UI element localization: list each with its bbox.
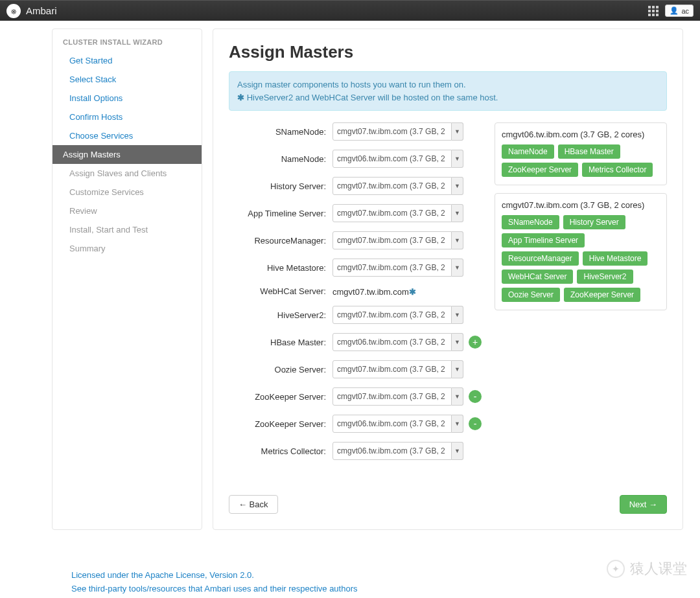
next-button[interactable]: Next →	[620, 495, 667, 514]
assign-grid: SNameNode:cmgvt07.tw.ibm.com (3.7 GB, 2▼…	[229, 122, 667, 469]
host-panel: cmgvt07.tw.ibm.com (3.7 GB, 2 cores)SNam…	[495, 193, 667, 310]
user-icon: 👤	[670, 6, 679, 15]
chevron-down-icon[interactable]: ▼	[452, 150, 463, 168]
component-badge: History Server	[563, 215, 625, 229]
assignment-row: SNameNode:cmgvt07.tw.ibm.com (3.7 GB, 2▼	[229, 122, 482, 141]
chevron-down-icon[interactable]: ▼	[452, 306, 463, 324]
chevron-down-icon[interactable]: ▼	[452, 360, 463, 378]
add-instance-button[interactable]: +	[469, 336, 482, 349]
component-badge: ZooKeeper Server	[502, 163, 578, 177]
wizard-container: CLUSTER INSTALL WIZARD Get StartedSelect…	[0, 21, 700, 543]
user-label: ac	[681, 7, 689, 15]
sidebar-item[interactable]: Install Options	[52, 89, 202, 108]
thirdparty-link[interactable]: See third-party tools/resources that Amb…	[71, 582, 700, 596]
same-host-star-icon: ✱	[409, 287, 416, 297]
assignment-label: ResourceManager:	[229, 236, 332, 246]
chevron-down-icon[interactable]: ▼	[452, 177, 463, 195]
host-select[interactable]: cmgvt06.tw.ibm.com (3.7 GB, 2	[332, 333, 452, 351]
component-badge: App Timeline Server	[502, 233, 585, 247]
host-select[interactable]: cmgvt06.tw.ibm.com (3.7 GB, 2	[332, 415, 452, 433]
assignment-label: ZooKeeper Server:	[229, 419, 332, 429]
navbar-left: ⎈ Ambari	[6, 4, 57, 18]
assignment-row: WebHCat Server:cmgvt07.tw.ibm.com✱	[229, 286, 482, 297]
assignment-row: ZooKeeper Server:cmgvt07.tw.ibm.com (3.7…	[229, 387, 482, 406]
sidebar-title: CLUSTER INSTALL WIZARD	[52, 38, 202, 51]
assignment-label: ZooKeeper Server:	[229, 392, 332, 402]
chevron-down-icon[interactable]: ▼	[452, 204, 463, 222]
chevron-down-icon[interactable]: ▼	[452, 387, 463, 406]
assignment-row: NameNode:cmgvt06.tw.ibm.com (3.7 GB, 2▼	[229, 150, 482, 168]
assignment-row: App Timeline Server:cmgvt07.tw.ibm.com (…	[229, 204, 482, 222]
host-select[interactable]: cmgvt06.tw.ibm.com (3.7 GB, 2	[332, 442, 452, 460]
host-select[interactable]: cmgvt07.tw.ibm.com (3.7 GB, 2	[332, 122, 452, 141]
wizard-sidebar: CLUSTER INSTALL WIZARD Get StartedSelect…	[52, 29, 202, 530]
back-button[interactable]: ← Back	[229, 495, 278, 514]
brand-title: Ambari	[26, 5, 57, 16]
component-badge: WebHCat Server	[502, 270, 573, 284]
assignment-label: HiveServer2:	[229, 310, 332, 320]
chevron-down-icon[interactable]: ▼	[452, 122, 463, 141]
host-panel-title: cmgvt07.tw.ibm.com (3.7 GB, 2 cores)	[502, 200, 660, 210]
user-menu-button[interactable]: 👤 ac	[665, 5, 694, 17]
sidebar-item[interactable]: Confirm Hosts	[52, 108, 202, 126]
sidebar-item[interactable]: Install, Start and Test	[52, 220, 202, 239]
remove-instance-button[interactable]: -	[469, 390, 482, 403]
license-link[interactable]: Licensed under the Apache License, Versi…	[71, 569, 700, 582]
info-alert: Assign master components to hosts you wa…	[229, 71, 667, 111]
component-badge: Metrics Collector	[582, 163, 653, 177]
hosts-summary: cmgvt06.tw.ibm.com (3.7 GB, 2 cores)Name…	[495, 122, 667, 469]
host-select[interactable]: cmgvt07.tw.ibm.com (3.7 GB, 2	[332, 204, 452, 222]
component-badge: ResourceManager	[502, 251, 579, 266]
assignment-row: ZooKeeper Server:cmgvt06.tw.ibm.com (3.7…	[229, 415, 482, 433]
assignment-row: Hive Metastore:cmgvt07.tw.ibm.com (3.7 G…	[229, 259, 482, 277]
assignment-label: History Server:	[229, 181, 332, 191]
host-select[interactable]: cmgvt07.tw.ibm.com (3.7 GB, 2	[332, 306, 452, 324]
assignment-label: SNameNode:	[229, 127, 332, 137]
top-navbar: ⎈ Ambari 👤 ac	[0, 0, 700, 21]
sidebar-item[interactable]: Select Stack	[52, 70, 202, 89]
host-select[interactable]: cmgvt07.tw.ibm.com (3.7 GB, 2	[332, 360, 452, 378]
host-panel-title: cmgvt06.tw.ibm.com (3.7 GB, 2 cores)	[502, 130, 660, 139]
component-badge: Hive Metastore	[583, 251, 648, 266]
component-badge: HBase Master	[558, 144, 620, 159]
chevron-down-icon[interactable]: ▼	[452, 415, 463, 433]
assignment-row: Metrics Collector:cmgvt06.tw.ibm.com (3.…	[229, 442, 482, 460]
sidebar-item[interactable]: Assign Slaves and Clients	[52, 164, 202, 183]
remove-instance-button[interactable]: -	[469, 417, 482, 430]
assignments-form: SNameNode:cmgvt07.tw.ibm.com (3.7 GB, 2▼…	[229, 122, 482, 469]
navbar-right: 👤 ac	[648, 5, 694, 17]
assignment-label: NameNode:	[229, 154, 332, 164]
ambari-logo-icon: ⎈	[6, 4, 21, 18]
host-select[interactable]: cmgvt07.tw.ibm.com (3.7 GB, 2	[332, 387, 452, 406]
component-badge: NameNode	[502, 144, 554, 159]
sidebar-item[interactable]: Review	[52, 201, 202, 220]
assignment-label: WebHCat Server:	[229, 286, 332, 296]
host-select[interactable]: cmgvt06.tw.ibm.com (3.7 GB, 2	[332, 150, 452, 168]
chevron-down-icon[interactable]: ▼	[452, 442, 463, 460]
chevron-down-icon[interactable]: ▼	[452, 333, 463, 351]
sidebar-item[interactable]: Customize Services	[52, 183, 202, 201]
assignment-row: HiveServer2:cmgvt07.tw.ibm.com (3.7 GB, …	[229, 306, 482, 324]
sidebar-item[interactable]: Choose Services	[52, 126, 202, 145]
host-select[interactable]: cmgvt07.tw.ibm.com (3.7 GB, 2	[332, 177, 452, 195]
wizard-footer-buttons: ← Back Next →	[229, 495, 667, 514]
assignment-row: Oozie Server:cmgvt07.tw.ibm.com (3.7 GB,…	[229, 360, 482, 378]
host-select[interactable]: cmgvt07.tw.ibm.com (3.7 GB, 2	[332, 259, 452, 277]
sidebar-item[interactable]: Summary	[52, 239, 202, 258]
sidebar-item[interactable]: Get Started	[52, 51, 202, 70]
apps-grid-icon[interactable]	[648, 6, 659, 16]
component-badge: HiveServer2	[577, 270, 633, 284]
component-badge: ZooKeeper Server	[564, 288, 640, 302]
alert-line2: ✱ HiveServer2 and WebHCat Server will be…	[237, 91, 659, 104]
main-panel: Assign Masters Assign master components …	[213, 29, 683, 530]
assignment-static-host: cmgvt07.tw.ibm.com✱	[332, 286, 416, 297]
chevron-down-icon[interactable]: ▼	[452, 259, 463, 277]
assignment-row: HBase Master:cmgvt06.tw.ibm.com (3.7 GB,…	[229, 333, 482, 351]
host-select[interactable]: cmgvt07.tw.ibm.com (3.7 GB, 2	[332, 231, 452, 249]
assignment-label: Oozie Server:	[229, 365, 332, 374]
assignment-label: HBase Master:	[229, 338, 332, 347]
assignment-label: Metrics Collector:	[229, 446, 332, 456]
sidebar-item[interactable]: Assign Masters	[52, 145, 202, 164]
chevron-down-icon[interactable]: ▼	[452, 231, 463, 249]
component-badge: SNameNode	[502, 215, 559, 229]
